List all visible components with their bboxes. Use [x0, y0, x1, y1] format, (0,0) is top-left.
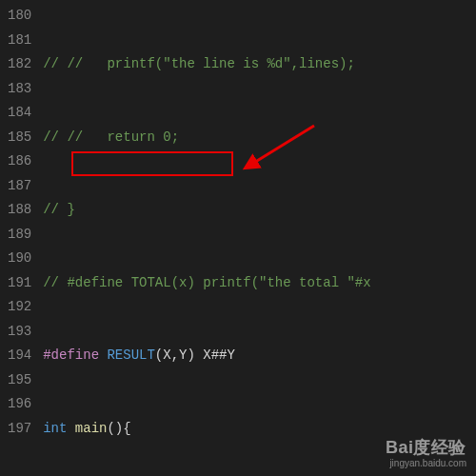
line-number: 194 [8, 344, 31, 368]
highlight-rectangle [71, 151, 233, 176]
code-comment: // } [43, 202, 75, 217]
line-number: 190 [8, 247, 31, 271]
line-number: 197 [8, 417, 31, 442]
line-number: 195 [8, 368, 31, 393]
line-number: 185 [8, 126, 31, 150]
line-number: 193 [8, 320, 31, 345]
line-number: 191 [8, 271, 31, 296]
watermark-url: jingyan.baidu.com [386, 458, 466, 468]
code-comment: // // return 0; [43, 129, 179, 145]
watermark-brand: Bai度经验 [386, 439, 466, 458]
line-number: 182 [8, 52, 31, 77]
line-number: 196 [8, 392, 31, 417]
line-number: 183 [8, 77, 31, 102]
line-number: 192 [8, 295, 31, 320]
line-number: 181 [8, 29, 31, 53]
line-number: 188 [8, 198, 31, 223]
line-number: 186 [8, 149, 31, 174]
line-number: 184 [8, 101, 31, 126]
code-area[interactable]: // // printf("the line is %d",lines); //… [43, 0, 476, 476]
line-number: 180 [8, 4, 31, 29]
code-line: int main(){ [43, 417, 476, 442]
code-comment: // #define TOTAL(x) printf("the total "#… [43, 275, 370, 290]
line-number-gutter: 1801811821831841851861871881891901911921… [0, 0, 43, 476]
code-comment: // // printf("the line is %d",lines); [43, 56, 355, 71]
line-number: 187 [8, 174, 31, 199]
code-line: #define RESULT(X,Y) X##Y [43, 344, 476, 368]
code-editor[interactable]: 1801811821831841851861871881891901911921… [0, 0, 476, 476]
line-number: 189 [8, 223, 31, 248]
watermark: Bai度经验 jingyan.baidu.com [386, 439, 466, 468]
